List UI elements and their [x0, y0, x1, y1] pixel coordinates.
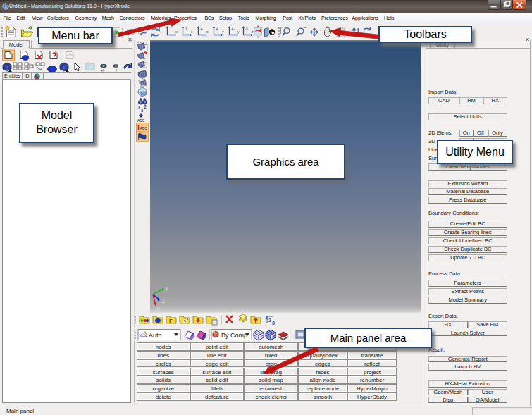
svg-text:ABC: ABC [140, 126, 148, 130]
svg-text:2: 2 [144, 104, 147, 109]
svg-text:3: 3 [141, 109, 143, 113]
svg-text:Y: Y [165, 285, 169, 292]
svg-text:2: 2 [268, 318, 271, 323]
svg-text:Auto: Auto [149, 332, 162, 339]
svg-text:ABC: ABC [137, 118, 145, 123]
svg-text:Z: Z [216, 26, 219, 30]
svg-text:1: 1 [137, 105, 140, 110]
svg-text:x: x [191, 30, 193, 34]
svg-text:Y: Y [185, 26, 188, 30]
svg-text:x: x [175, 30, 178, 34]
svg-text:Y: Y [170, 26, 173, 30]
svg-text:Z: Z [232, 26, 235, 30]
svg-text:y: y [237, 30, 240, 34]
svg-text:Z: Z [201, 26, 204, 30]
svg-text:F: F [169, 318, 173, 324]
svg-text:y: y [222, 30, 224, 34]
svg-text:By Comp: By Comp [221, 332, 247, 339]
svg-text:X: X [246, 26, 249, 30]
svg-text:X: X [156, 306, 161, 313]
svg-text:z: z [252, 30, 254, 34]
svg-text:x: x [206, 30, 209, 34]
svg-text:3: 3 [272, 321, 275, 326]
svg-text:Z: Z [161, 297, 166, 304]
